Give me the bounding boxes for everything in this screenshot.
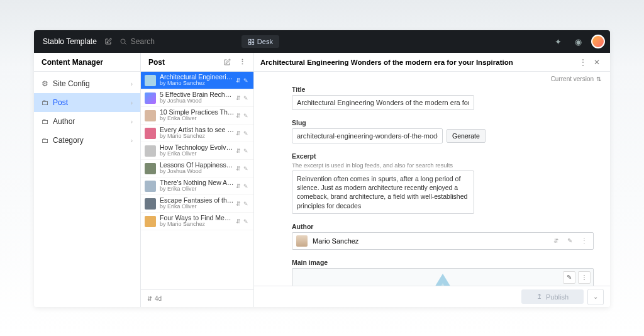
sidebar-item-site-config[interactable]: ⚙ Site Config › — [34, 74, 140, 93]
list-thumbnail — [145, 145, 156, 157]
sync-icon[interactable]: ⇵ — [235, 95, 242, 101]
slug-input[interactable] — [292, 128, 443, 143]
generate-button[interactable]: Generate — [447, 129, 486, 143]
sync-icon: ⇵ — [147, 295, 152, 302]
brand-label: Stablo Template — [39, 37, 101, 46]
desk-tab[interactable]: Desk — [242, 35, 279, 48]
sidebar-item-category[interactable]: 🗀 Category › — [34, 131, 140, 150]
excerpt-input[interactable]: Reinvention often comes in spurts, after… — [292, 171, 474, 214]
author-reference[interactable]: Mario Sanchez ⇵ ✎ ⋮ — [292, 232, 594, 250]
chevron-right-icon: › — [131, 137, 133, 144]
menu-icon[interactable]: ⋮ — [579, 237, 589, 244]
sync-icon[interactable]: ⇵ — [235, 77, 242, 84]
list-item-byline: by Erika Oliver — [160, 204, 235, 210]
list-thumbnail — [145, 110, 156, 121]
sidebar-content-manager: Content Manager ⚙ Site Config › 🗀 Post ›… — [34, 53, 141, 307]
publish-button[interactable]: ↥ Publish — [521, 289, 584, 304]
chevron-right-icon: › — [131, 99, 133, 106]
compose-icon[interactable] — [223, 59, 236, 66]
svg-rect-1 — [248, 39, 250, 41]
sidebar-item-author[interactable]: 🗀 Author › — [34, 112, 140, 131]
excerpt-field-label: Excerpt — [292, 152, 572, 160]
menu-icon[interactable]: ⋮ — [236, 58, 248, 66]
mainimage-field-label: Main image — [292, 259, 572, 266]
svg-rect-3 — [248, 42, 250, 44]
svg-rect-2 — [252, 39, 253, 41]
edit-icon[interactable]: ✎ — [565, 237, 574, 244]
sync-icon[interactable]: ⇵ — [235, 148, 242, 154]
sync-icon[interactable]: ⇵ — [235, 183, 242, 189]
edit-icon[interactable]: ✎ — [242, 113, 250, 119]
list-thumbnail — [145, 75, 156, 86]
list-item[interactable]: Four Ways to Find Meaning i...by Mario S… — [141, 213, 253, 230]
sidebar-item-post[interactable]: 🗀 Post › — [34, 93, 140, 112]
publish-dropdown[interactable]: ⌄ — [587, 289, 604, 305]
publish-icon: ↥ — [536, 293, 542, 301]
edit-icon[interactable]: ✎ — [242, 218, 250, 225]
unpublish-icon[interactable]: ⇵ — [552, 237, 560, 244]
list-item[interactable]: Architectural Engineering Wo...by Mario … — [141, 72, 253, 89]
slug-field-label: Slug — [292, 119, 572, 126]
list-item[interactable]: Every Artist has to see the A...by Mario… — [141, 125, 253, 142]
doc-menu-icon[interactable]: ⋮ — [576, 58, 590, 67]
sync-icon[interactable]: ⇵ — [235, 201, 242, 207]
sync-icon[interactable]: ⇵ — [235, 130, 242, 137]
chevron-updown-icon[interactable]: ⇅ — [596, 76, 601, 82]
list-item-byline: by Mario Sanchez — [160, 133, 235, 140]
image-menu-icon[interactable]: ⋮ — [578, 271, 591, 284]
list-item[interactable]: 10 Simple Practices That Will...by Erika… — [141, 107, 253, 125]
list-item[interactable]: 5 Effective Brain Recharging ...by Joshu… — [141, 89, 253, 107]
list-thumbnail — [145, 198, 156, 210]
svg-rect-4 — [252, 42, 253, 44]
edit-image-icon[interactable]: ✎ — [563, 271, 575, 284]
sidebar-header: Content Manager — [34, 53, 140, 72]
list-item-byline: by Joshua Wood — [160, 98, 235, 104]
folder-icon: 🗀 — [42, 117, 53, 126]
list-item[interactable]: Escape Fantasies of the Tech...by Erika … — [141, 195, 253, 213]
list-item-byline: by Mario Sanchez — [160, 221, 235, 228]
version-label[interactable]: Current version — [551, 76, 594, 82]
help-icon[interactable]: ◉ — [571, 35, 585, 48]
list-item[interactable]: Lessons Of Happiness I learn...by Joshua… — [141, 160, 253, 177]
list-item-byline: by Joshua Wood — [160, 169, 235, 175]
list-thumbnail — [145, 163, 156, 174]
edit-icon[interactable]: ✎ — [242, 183, 250, 189]
list-item-byline: by Erika Oliver — [160, 186, 235, 193]
building-image — [408, 274, 477, 286]
document-title: Architectural Engineering Wonders of the… — [260, 59, 576, 66]
edit-icon[interactable]: ✎ — [242, 95, 250, 101]
sync-icon[interactable]: ⇵ — [235, 218, 242, 225]
edit-icon[interactable]: ✎ — [242, 201, 250, 207]
mainimage-preview[interactable]: ✎ ⋮ — [292, 268, 594, 286]
folder-icon: 🗀 — [42, 98, 53, 107]
search-input[interactable]: Search — [116, 37, 242, 46]
list-thumbnail — [145, 216, 156, 227]
author-field-label: Author — [292, 223, 572, 230]
chevron-right-icon: › — [131, 81, 133, 87]
list-thumbnail — [145, 181, 156, 192]
edit-icon[interactable]: ✎ — [242, 130, 250, 137]
top-bar: Stablo Template Search Desk ✦ ◉ — [34, 30, 610, 53]
title-input[interactable] — [292, 95, 474, 110]
list-footer: ⇵ 4d — [141, 289, 253, 307]
user-avatar[interactable] — [591, 35, 605, 48]
sparkle-icon[interactable]: ✦ — [551, 35, 565, 48]
close-icon[interactable]: ✕ — [590, 58, 604, 67]
edit-workspace-icon[interactable] — [101, 38, 116, 45]
post-list-header: Post — [148, 58, 223, 67]
edit-icon[interactable]: ✎ — [242, 77, 250, 84]
post-list-panel: Post ⋮ Architectural Engineering Wo...by… — [141, 53, 254, 307]
excerpt-field-hint: The excerpt is used in blog feeds, and a… — [292, 162, 572, 169]
list-item-byline: by Erika Oliver — [160, 151, 235, 157]
edit-icon[interactable]: ✎ — [242, 148, 250, 154]
document-panel: Architectural Engineering Wonders of the… — [254, 53, 610, 307]
sync-icon[interactable]: ⇵ — [235, 165, 242, 172]
edit-icon[interactable]: ✎ — [242, 165, 250, 172]
list-item[interactable]: There's Nothing New About ...by Erika Ol… — [141, 177, 253, 195]
gear-icon: ⚙ — [42, 79, 53, 88]
title-field-label: Title — [292, 86, 572, 93]
search-placeholder: Search — [131, 37, 155, 46]
svg-point-0 — [121, 39, 125, 43]
list-item[interactable]: How Technology Evolved Un...by Erika Oli… — [141, 142, 253, 160]
sync-icon[interactable]: ⇵ — [235, 113, 242, 119]
